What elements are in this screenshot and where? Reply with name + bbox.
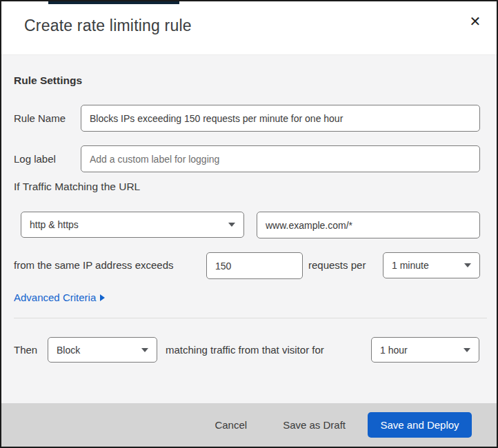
create-rate-limiting-rule-modal: Create rate limiting rule ✕ Rule Setting… [0,0,498,448]
chevron-down-icon [464,263,471,267]
rule-settings-heading: Rule Settings [14,74,82,87]
save-and-deploy-button[interactable]: Save and Deploy [368,412,472,438]
modal-header: Create rate limiting rule ✕ [1,1,497,55]
action-select-value: Block [57,345,80,356]
url-pattern-input[interactable] [257,212,480,238]
close-icon[interactable]: ✕ [464,10,487,33]
log-label-input[interactable] [81,145,480,172]
duration-select-value: 1 hour [380,345,408,356]
traffic-match-heading: If Traffic Matching the URL [14,181,140,193]
requests-per-text: requests per [308,252,366,278]
chevron-down-icon [464,348,470,352]
advanced-criteria-label: Advanced Criteria [14,292,96,303]
save-as-draft-button[interactable]: Save as Draft [283,419,346,431]
log-label-label: Log label [14,145,56,172]
threshold-prefix-text: from the same IP address exceeds [14,252,174,278]
triangle-right-icon [100,294,105,301]
section-divider [14,318,487,318]
duration-select[interactable]: 1 hour [371,337,479,363]
request-count-input[interactable] [206,252,303,279]
period-select-value: 1 minute [392,260,429,271]
scheme-select-value: http & https [30,219,79,230]
background-page-strip [48,1,179,4]
period-select[interactable]: 1 minute [383,252,480,278]
modal-footer: Cancel Save as Draft Save and Deploy [1,403,497,447]
advanced-criteria-link[interactable]: Advanced Criteria [14,292,105,303]
chevron-down-icon [141,348,148,352]
matching-traffic-text: matching traffic from that visitor for [166,337,324,363]
then-text: Then [14,337,37,363]
page-title: Create rate limiting rule [24,17,192,35]
chevron-down-icon [228,223,235,227]
action-select[interactable]: Block [48,337,157,363]
rule-name-input[interactable] [81,105,480,132]
rule-name-label: Rule Name [14,105,66,132]
cancel-button[interactable]: Cancel [215,419,247,431]
scheme-select[interactable]: http & https [21,212,244,238]
